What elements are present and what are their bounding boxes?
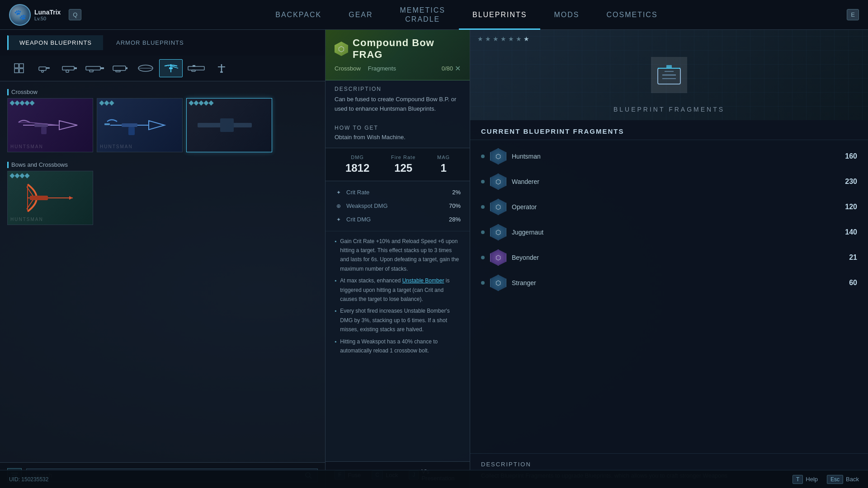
stat-mag: MAG 1 [437, 155, 450, 174]
watermark-bow: HUNTSMAN [10, 217, 43, 222]
svg-rect-24 [192, 70, 195, 71]
crit-dmg-icon: ✦ [335, 216, 343, 224]
help-item-t[interactable]: T Help [793, 475, 818, 484]
weapon-card-huntsman-3[interactable] [186, 98, 272, 152]
item-category: Fragments [368, 65, 396, 72]
fragment-icon: ⬡ [335, 42, 348, 56]
effect-1: ▪ Gain Crit Rate +10% and Reload Speed +… [335, 237, 461, 274]
nav-gear[interactable]: GEAR [335, 0, 386, 30]
e-key-badge[interactable]: E [847, 9, 859, 20]
svg-rect-10 [86, 66, 100, 70]
item-title: Compound Bow FRAG [353, 37, 461, 61]
weapons-list: Crossbow [0, 81, 325, 462]
t-key: T [793, 475, 803, 484]
fragment-dot [481, 155, 485, 158]
filter-shotgun[interactable] [108, 59, 132, 77]
svg-rect-47 [666, 65, 672, 68]
watermark-1: HUNTSMAN [10, 144, 43, 149]
category-crossbow: Crossbow [4, 85, 321, 98]
fragment-name-operator: Operator [512, 203, 840, 211]
gun-silhouette-3 [187, 99, 272, 152]
nav-cosmetics[interactable]: COSMETICS [593, 0, 671, 30]
blueprint-preview: ★ ★ ★ ★ ★ ★ ★ Blueprint Fragments [470, 30, 868, 120]
filter-melee[interactable] [210, 59, 233, 77]
weakspot-icon: ⊕ [335, 202, 343, 210]
filter-crossbow[interactable] [159, 59, 183, 77]
player-info: 🐾 LunaTrix Lv.50 Q [0, 4, 90, 26]
fragment-name-wanderer: Wanderer [512, 178, 840, 185]
fire-rate-label: Fire Rate [391, 155, 415, 160]
svg-rect-14 [126, 67, 127, 69]
filter-smg[interactable] [58, 59, 81, 77]
svg-rect-40 [30, 196, 48, 200]
svg-rect-7 [62, 66, 74, 70]
filter-rifle[interactable] [83, 59, 107, 77]
filter-pistol[interactable] [33, 59, 56, 77]
mag-value: 1 [437, 162, 450, 174]
svg-rect-46 [658, 68, 680, 84]
weapon-type-filters [0, 56, 325, 81]
fragment-list: ⬡ Huntsman 160 ⬡ Wanderer 230 ⬡ Operator… [470, 140, 868, 453]
item-count: 0/80 ✕ [442, 64, 461, 73]
svg-rect-8 [74, 67, 77, 69]
effect-2: ▪ At max stacks, enhanced Unstable Bombe… [335, 276, 461, 304]
svg-rect-5 [46, 67, 50, 69]
stat-fire-rate: Fire Rate 125 [391, 155, 415, 174]
filter-launcher[interactable] [134, 59, 157, 77]
fragment-icon-wanderer: ⬡ [490, 174, 506, 190]
fragment-name-huntsman: Huntsman [512, 153, 840, 160]
fragment-dot-5 [481, 256, 485, 259]
svg-rect-11 [100, 67, 104, 69]
category-bows: Bows and Crossbows [4, 158, 321, 171]
nav-backpack[interactable]: BACKPACK [262, 0, 335, 30]
right-panel: ★ ★ ★ ★ ★ ★ ★ Blueprint Fragments [470, 30, 868, 488]
dmg-value: 1812 [345, 162, 369, 174]
fragment-beyonder: ⬡ Beyonder 21 [470, 245, 868, 270]
svg-rect-1 [19, 64, 24, 68]
help-item-esc[interactable]: Esc Back [827, 475, 859, 484]
filter-sniper[interactable] [184, 59, 208, 77]
svg-rect-22 [188, 66, 204, 70]
description-text: Can be fused to create Compound Bow B.P.… [326, 95, 470, 119]
fragment-wanderer: ⬡ Wanderer 230 [470, 169, 868, 194]
fragment-count-juggernaut: 140 [845, 228, 857, 236]
item-type: Crossbow [335, 65, 361, 72]
fragment-dot-6 [481, 281, 485, 285]
fragment-section-header: CURRENT BLUEPRINT FRAGMENTS [470, 120, 868, 140]
weakspot-value: 70% [449, 202, 461, 209]
fragment-count-huntsman: 160 [845, 152, 857, 160]
svg-rect-9 [66, 70, 69, 72]
close-icon[interactable]: ✕ [455, 64, 461, 73]
weapon-card-bow[interactable]: HUNTSMAN [7, 171, 93, 225]
nav-mods[interactable]: MODS [540, 0, 593, 30]
svg-rect-30 [41, 127, 47, 134]
weapon-card-huntsman-2[interactable]: HUNTSMAN [97, 98, 183, 152]
q-key-badge[interactable]: Q [69, 9, 81, 20]
fragment-dot-4 [481, 230, 485, 234]
blueprint-preview-label: Blueprint Fragments [613, 106, 725, 113]
fragment-count-stranger: 60 [849, 279, 857, 287]
nav-blueprints[interactable]: BLUEPRINTS [459, 0, 540, 30]
nav-memetics[interactable]: MEMETICSCRADLE [387, 0, 459, 30]
crit-dmg-value: 28% [449, 216, 461, 223]
star-rating: ★ ★ ★ ★ ★ ★ ★ [477, 35, 529, 42]
weapon-card-huntsman-1[interactable]: HUNTSMAN [7, 98, 93, 152]
item-title-row: ⬡ Compound Bow FRAG [335, 37, 461, 61]
tab-weapon-blueprints[interactable]: WEAPON BLUEPRINTS [7, 35, 103, 50]
esc-key: Esc [827, 475, 843, 484]
svg-rect-0 [14, 64, 19, 68]
stats-row: DMG 1812 Fire Rate 125 MAG 1 [326, 148, 470, 181]
fragment-count-operator: 120 [845, 203, 857, 211]
fragment-icon-juggernaut: ⬡ [490, 224, 506, 240]
svg-rect-6 [42, 70, 43, 72]
svg-rect-20 [169, 67, 173, 69]
tab-armor-blueprints[interactable]: ARMOR BLUEPRINTS [105, 35, 195, 50]
center-panel: ⬡ Compound Bow FRAG Crossbow Fragments 0… [326, 30, 470, 488]
fragment-name-juggernaut: Juggernaut [512, 229, 840, 236]
filter-all[interactable] [7, 59, 31, 77]
fragment-stranger: ⬡ Stranger 60 [470, 270, 868, 296]
item-header: ⬡ Compound Bow FRAG Crossbow Fragments 0… [326, 30, 470, 80]
item-subtitle: Crossbow Fragments 0/80 ✕ [335, 64, 461, 73]
player-name: LunaTrix [34, 9, 61, 16]
how-to-get-text: Obtain from Wish Machine. [326, 134, 470, 148]
